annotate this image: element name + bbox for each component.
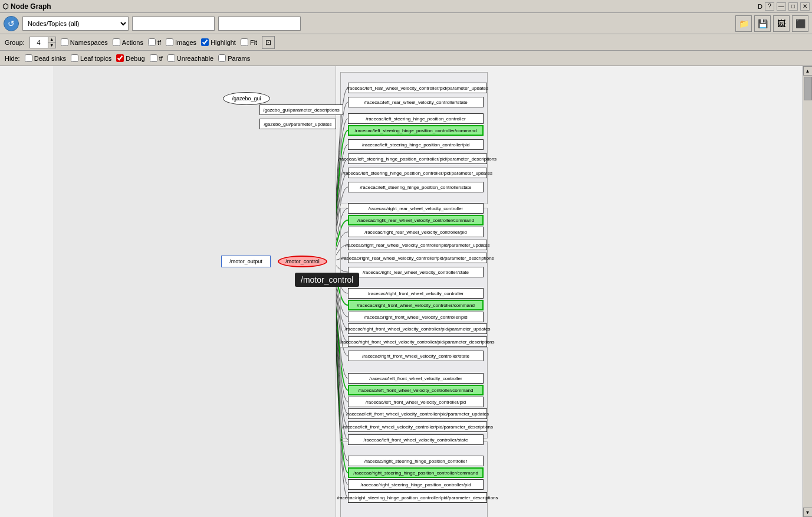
topic-t19[interactable]: /racecac/right_front_wheel_velocity_cont… (348, 336, 487, 347)
topic-t29[interactable]: /racecac/right_steering_hinge_position_c… (348, 479, 484, 490)
motor-control-node[interactable]: /motor_control (278, 256, 327, 267)
topic-t17[interactable]: /racecac/right_front_wheel_velocity_cont… (348, 312, 484, 322)
topic-t15[interactable]: /racecac/right_front_wheel_velocity_cont… (348, 288, 484, 299)
save-button[interactable]: 💾 (754, 15, 771, 32)
gazebo-param-upd-node[interactable]: /gazebo_gui/parameter_updates (259, 119, 336, 129)
leaf-topics-checkbox[interactable] (71, 54, 78, 62)
scroll-thumb[interactable] (804, 77, 812, 100)
topic-t16[interactable]: /racecac/right_front_wheel_velocity_cont… (348, 300, 484, 310)
title-bar: ⬡ Node Graph D ? — □ ✕ (0, 0, 812, 13)
app-icon: ⬡ (2, 2, 8, 11)
debug-label[interactable]: Debug (116, 54, 144, 62)
highlight-checkbox[interactable] (201, 38, 209, 46)
group-spinbox[interactable]: ▲ ▼ (29, 37, 56, 48)
topic-t1[interactable]: /racecac/left_rear_wheel_velocity_contro… (348, 83, 487, 93)
topic-t9[interactable]: /racecac/right_rear_wheel_velocity_contr… (348, 203, 484, 214)
topic-t24[interactable]: /racecac/left_front_wheel_velocity_contr… (348, 408, 487, 419)
topic-t4[interactable]: /racecac/left_steering_hinge_position_co… (348, 125, 484, 136)
fit-icon-button[interactable]: ⊡ (262, 36, 275, 49)
topic-t6[interactable]: /racecac/left_steering_hinge_position_co… (348, 153, 487, 164)
images-label[interactable]: Images (166, 38, 196, 46)
unreachable-checkbox[interactable] (167, 54, 175, 62)
left-panel (53, 66, 336, 517)
minimize-button[interactable]: — (777, 2, 786, 11)
topic-t2[interactable]: /racecac/left_rear_wheel_velocity_contro… (348, 97, 484, 107)
scroll-down-button[interactable]: ▼ (803, 508, 813, 517)
topic-t18[interactable]: /racecac/right_front_wheel_velocity_cont… (348, 323, 487, 334)
topic-t26[interactable]: /racecac/left_front_wheel_velocity_contr… (348, 434, 484, 445)
topic-t22[interactable]: /racecac/left_front_wheel_velocity_contr… (348, 385, 484, 395)
params-checkbox[interactable] (218, 54, 226, 62)
fullscreen-button[interactable]: ⬛ (792, 15, 808, 32)
fit-label[interactable]: Fit (241, 38, 257, 46)
debug-checkbox[interactable] (116, 54, 124, 62)
hide-tf-checkbox[interactable] (150, 54, 157, 62)
toolbar-right-icons: 📁 💾 🖼 ⬛ (735, 15, 808, 32)
fit-checkbox[interactable] (241, 38, 248, 46)
topic-t10[interactable]: /racecac/right_rear_wheel_velocity_contr… (348, 215, 484, 225)
group-spin-down[interactable]: ▼ (48, 42, 55, 48)
topic-t12[interactable]: /racecac/right_rear_wheel_velocity_contr… (348, 240, 487, 250)
unreachable-label[interactable]: Unreachable (167, 54, 213, 62)
hide-label: Hide: (5, 55, 20, 62)
open-button[interactable]: 📁 (735, 15, 752, 32)
graph-canvas[interactable]: /gazebo_gui /gazebo_gui/parameter_descri… (0, 66, 803, 517)
group-label: Group: (5, 39, 25, 46)
hide-tf-label[interactable]: tf (150, 54, 163, 62)
dead-sinks-checkbox[interactable] (25, 54, 32, 62)
params-label[interactable]: Params (218, 54, 250, 62)
topic-t27[interactable]: /racecac/right_steering_hinge_position_c… (348, 456, 484, 466)
group-spin-up[interactable]: ▲ (48, 37, 55, 42)
motor-output-node[interactable]: /motor_output (221, 256, 271, 267)
images-checkbox[interactable] (166, 38, 173, 46)
tf-checkbox[interactable] (148, 38, 156, 46)
hide-row: Hide: Dead sinks Leaf topics Debug tf Un… (0, 51, 812, 66)
gazebo-param-desc-node[interactable]: /gazebo_gui/parameter_descriptions (259, 104, 343, 115)
namespaces-checkbox[interactable] (61, 38, 68, 46)
scroll-up-button[interactable]: ▲ (803, 66, 813, 76)
topic-t23[interactable]: /racecac/left_front_wheel_velocity_contr… (348, 397, 484, 407)
group-input[interactable] (30, 39, 48, 46)
topic-t14[interactable]: /racecac/right_rear_wheel_velocity_contr… (348, 267, 484, 277)
topic-t11[interactable]: /racecac/right_rear_wheel_velocity_contr… (348, 227, 484, 237)
topic-t5[interactable]: /racecac/left_steering_hinge_position_co… (348, 139, 484, 150)
topic-t8[interactable]: /racecac/left_steering_hinge_position_co… (348, 182, 484, 192)
topic-t3[interactable]: /racecac/left_steering_hinge_position_co… (348, 113, 484, 124)
namespaces-label[interactable]: Namespaces (61, 38, 108, 46)
scrollbar-right[interactable]: ▲ ▼ (803, 66, 812, 517)
screenshot-button[interactable]: 🖼 (773, 15, 790, 32)
topic-t21[interactable]: /racecac/left_front_wheel_velocity_contr… (348, 373, 484, 384)
topic-t7[interactable]: /racecac/left_steering_hinge_position_co… (348, 168, 487, 178)
topic-t25[interactable]: /racecac/left_front_wheel_velocity_contr… (348, 421, 487, 432)
title-bar-controls: D ? — □ ✕ (758, 2, 810, 11)
graph-type-dropdown[interactable]: Nodes/Topics (all) Nodes only Topics onl… (22, 17, 129, 31)
topic-t30[interactable]: /racecac/right_steering_hinge_position_c… (348, 492, 487, 503)
actions-label[interactable]: Actions (113, 38, 143, 46)
app-title: Node Graph (11, 2, 51, 11)
actions-checkbox[interactable] (113, 38, 120, 46)
topic-t13[interactable]: /racecac/right_rear_wheel_velocity_contr… (348, 253, 487, 263)
leaf-topics-label[interactable]: Leaf topics (71, 54, 111, 62)
title-bar-title: ⬡ Node Graph (2, 2, 51, 11)
d-label: D (758, 3, 762, 10)
controls-row: Group: ▲ ▼ Namespaces Actions tf Images … (0, 34, 812, 51)
search-input-2[interactable] (218, 17, 301, 31)
dead-sinks-label[interactable]: Dead sinks (25, 54, 66, 62)
tf-label[interactable]: tf (148, 38, 161, 46)
toolbar: ↺ Nodes/Topics (all) Nodes only Topics o… (0, 13, 812, 34)
close-button[interactable]: ✕ (800, 2, 810, 11)
highlight-label[interactable]: Highlight (201, 38, 236, 46)
group-spin-arrows: ▲ ▼ (48, 37, 55, 48)
maximize-button[interactable]: □ (788, 2, 798, 11)
gazebo-gui-node[interactable]: /gazebo_gui (223, 92, 270, 105)
topic-t20[interactable]: /racecac/right_front_wheel_velocity_cont… (348, 351, 484, 361)
back-button[interactable]: ↺ (4, 16, 19, 31)
graph-area[interactable]: /gazebo_gui /gazebo_gui/parameter_descri… (0, 66, 812, 517)
help-button[interactable]: ? (765, 2, 774, 11)
search-input-1[interactable] (132, 17, 215, 31)
topic-t28[interactable]: /racecac/right_steering_hinge_position_c… (348, 467, 484, 478)
